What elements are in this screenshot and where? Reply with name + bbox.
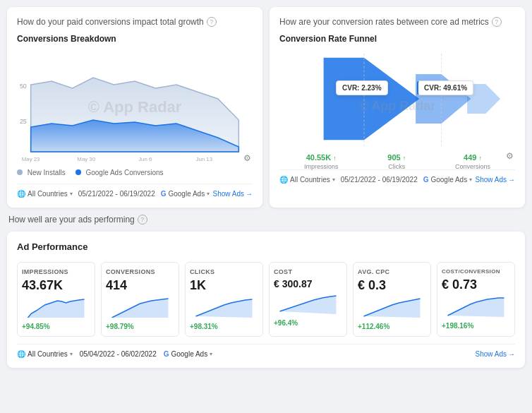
legend-google-ads: Google Ads Conversions	[75, 169, 164, 176]
funnel-conversions-value: 449 ↑	[455, 153, 490, 162]
top-left-question-text: How do your paid conversions impact tota…	[17, 17, 204, 27]
cost-conversion-change: +198.16%	[442, 322, 510, 330]
funnel-show-ads-label: Show Ads	[476, 176, 507, 184]
cost-conversion-label: COST/CONVERSION	[442, 268, 510, 275]
clicks-up-arrow: ↑	[403, 155, 406, 162]
ad-performance-footer: 🌐 All Countries ▾ 05/04/2022 - 06/02/202…	[17, 344, 515, 358]
metric-cost: COST € 300.87 +96.4%	[269, 262, 347, 337]
conversions-sparkline	[106, 298, 174, 318]
tooltip1-text: CVR: 2.23%	[342, 84, 382, 92]
top-left-help-icon[interactable]: ?	[207, 17, 217, 27]
funnel-country-selector[interactable]: 🌐 All Countries ▾	[279, 176, 335, 184]
top-right-help-icon[interactable]: ?	[492, 17, 502, 27]
metric-clicks: CLICKS 1K +98.31%	[185, 262, 263, 337]
funnel-footer: 🌐 All Countries ▾ 05/21/2022 - 06/19/202…	[279, 169, 515, 184]
funnel-gear-icon[interactable]: ⚙	[506, 151, 514, 161]
breakdown-chart: 50 25	[17, 49, 253, 162]
ad-performance-footer-left: 🌐 All Countries ▾ 05/04/2022 - 06/02/202…	[17, 350, 212, 358]
metrics-grid: IMPRESSIONS 43.67K +94.85% CONVERSIONS 4…	[17, 262, 515, 337]
funnel-source-label: Google Ads	[430, 176, 467, 184]
globe-icon: 🌐	[17, 190, 25, 198]
top-right-question-text: How are your conversion rates between co…	[279, 17, 489, 27]
bottom-country-label: All Countries	[28, 350, 68, 358]
top-right-question: How are your conversion rates between co…	[279, 17, 515, 27]
breakdown-country-label: All Countries	[28, 190, 68, 198]
funnel-footer-left: 🌐 All Countries ▾ 05/21/2022 - 06/19/202…	[279, 176, 472, 184]
avg-cpc-sparkline	[358, 298, 426, 318]
funnel-chart-title: Conversion Rate Funnel	[279, 34, 515, 44]
clicks-sparkline	[190, 298, 258, 318]
legend-new-installs: New Installs	[17, 169, 66, 176]
bottom-date-range[interactable]: 05/04/2022 - 06/02/2022	[80, 350, 157, 358]
funnel-metric-conversions: 449 ↑ Conversions	[455, 153, 490, 170]
funnel-date-label: 05/21/2022 - 06/19/2022	[341, 176, 418, 184]
avg-cpc-label: AVG. CPC	[358, 268, 426, 275]
conversions-value: 414	[106, 278, 174, 294]
cost-value: € 300.87	[274, 278, 342, 290]
metric-cost-conversion: COST/CONVERSION € 0.73 +198.16%	[437, 262, 515, 337]
cost-label: COST	[274, 268, 342, 275]
legend-new-installs-label: New Installs	[28, 169, 66, 176]
svg-text:25: 25	[20, 118, 27, 125]
impressions-value: 43.67K	[22, 278, 90, 294]
bottom-show-ads-label: Show Ads	[476, 350, 507, 358]
conversions-up-arrow: ↑	[479, 155, 483, 162]
show-ads-arrow: →	[246, 190, 253, 198]
breakdown-show-ads-label: Show Ads	[213, 190, 244, 198]
legend-dot-google-ads	[75, 169, 81, 175]
bottom-source-label: Google Ads	[171, 350, 207, 358]
cost-conversion-sparkline	[442, 297, 510, 317]
svg-text:50: 50	[20, 83, 27, 90]
funnel-tooltip-2: CVR: 49.61%	[417, 80, 473, 95]
top-left-question: How do your paid conversions impact tota…	[17, 17, 253, 27]
avg-cpc-value: € 0.3	[358, 278, 426, 294]
breakdown-source[interactable]: G Google Ads ▾	[161, 190, 210, 198]
tooltip2-text: CVR: 49.61%	[424, 84, 467, 92]
breakdown-chart-title: Conversions Breakdown	[17, 34, 253, 44]
source-caret: ▾	[207, 191, 210, 197]
funnel-impressions-label: Impressions	[304, 163, 339, 170]
funnel-chart-area: © App Radar CVR: 2.23% CVR: 49.61%	[279, 49, 515, 162]
bottom-source-caret: ▾	[210, 351, 212, 357]
bottom-question-text: How well are your ads performing	[8, 215, 135, 225]
avg-cpc-change: +112.46%	[358, 323, 426, 330]
cost-sparkline	[274, 294, 342, 314]
breakdown-show-ads[interactable]: Show Ads →	[213, 190, 253, 198]
svg-text:May 30: May 30	[77, 156, 95, 162]
bottom-google-icon: G	[164, 350, 169, 358]
funnel-metric-impressions: 40.55K ↑ Impressions	[304, 153, 339, 170]
funnel-source[interactable]: G Google Ads ▾	[423, 176, 473, 184]
bottom-source[interactable]: G Google Ads ▾	[164, 350, 213, 358]
legend-google-ads-label: Google Ads Conversions	[85, 169, 163, 176]
breakdown-country-selector[interactable]: 🌐 All Countries ▾	[17, 190, 73, 198]
bottom-help-icon[interactable]: ?	[138, 215, 147, 225]
funnel-show-ads[interactable]: Show Ads →	[476, 176, 515, 184]
bottom-country-selector[interactable]: 🌐 All Countries ▾	[17, 350, 73, 358]
bottom-show-ads-arrow: →	[508, 350, 515, 358]
bottom-section-question: How well are your ads performing ?	[7, 215, 525, 225]
ad-performance-card: Ad Performance IMPRESSIONS 43.67K +94.85…	[7, 232, 525, 368]
conversion-rate-funnel-card: How are your conversion rates between co…	[270, 7, 525, 208]
funnel-google-icon: G	[423, 176, 429, 184]
funnel-country-caret: ▾	[332, 176, 335, 183]
breakdown-source-label: Google Ads	[168, 190, 205, 198]
legend-dot-new-installs	[17, 169, 23, 175]
metric-impressions: IMPRESSIONS 43.67K +94.85%	[17, 262, 95, 337]
bottom-show-ads[interactable]: Show Ads →	[476, 350, 515, 358]
cost-change: +96.4%	[274, 319, 342, 327]
funnel-date-range[interactable]: 05/21/2022 - 06/19/2022	[341, 176, 418, 184]
bottom-globe-icon: 🌐	[17, 350, 25, 358]
conversions-label: CONVERSIONS	[106, 268, 174, 275]
bottom-date-label: 05/04/2022 - 06/02/2022	[80, 350, 157, 358]
svg-text:Jun 13: Jun 13	[195, 156, 212, 162]
impressions-change: +94.85%	[22, 323, 90, 330]
impressions-label: IMPRESSIONS	[22, 268, 90, 275]
conversions-breakdown-card: How do your paid conversions impact tota…	[7, 7, 262, 208]
funnel-svg	[279, 49, 515, 148]
breakdown-gear-icon[interactable]: ⚙	[243, 153, 251, 163]
clicks-label: CLICKS	[190, 268, 258, 275]
breakdown-date-range[interactable]: 05/21/2022 - 06/19/2022	[78, 190, 155, 198]
breakdown-date-label: 05/21/2022 - 06/19/2022	[78, 190, 155, 198]
clicks-change: +98.31%	[190, 323, 258, 330]
conversions-change: +98.79%	[106, 323, 174, 330]
